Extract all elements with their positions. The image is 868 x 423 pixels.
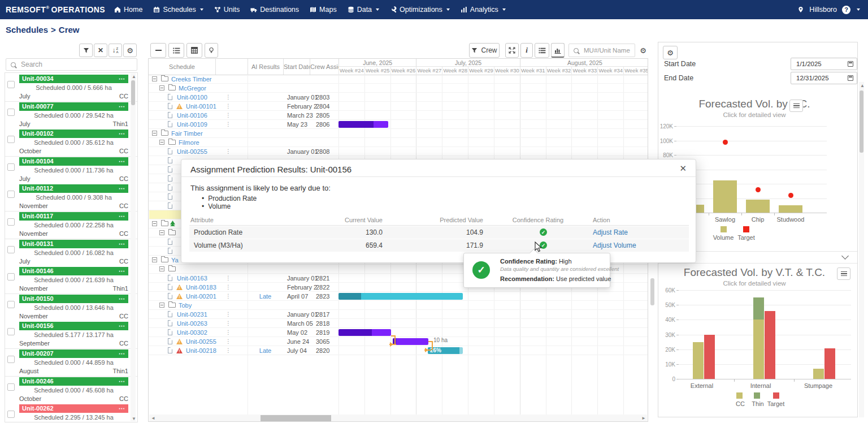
- folder-label[interactable]: Filmore: [179, 139, 199, 146]
- gantt-list-view-button[interactable]: [168, 43, 184, 58]
- gantt-insights-bulb-button[interactable]: [205, 43, 218, 58]
- unit-card-checkbox[interactable]: [7, 328, 15, 335]
- row-menu-icon[interactable]: ⋮: [225, 275, 231, 281]
- unit-link[interactable]: Unit-00255: [177, 148, 207, 155]
- unit-card-menu-icon[interactable]: ⋯: [119, 349, 125, 358]
- gantt-grid-view-button[interactable]: [535, 43, 549, 58]
- sidebar-settings-button[interactable]: ⚙: [123, 44, 137, 57]
- row-menu-icon[interactable]: ⋮: [225, 320, 231, 326]
- gantt-bar-segment[interactable]: [372, 329, 391, 336]
- unit-card-checkbox[interactable]: [7, 191, 15, 198]
- row-menu-icon[interactable]: ⋮: [225, 148, 231, 154]
- folder-label[interactable]: Toby: [179, 302, 192, 309]
- ai-result-label[interactable]: Late: [248, 293, 283, 300]
- unit-card-menu-icon[interactable]: ⋯: [119, 130, 125, 138]
- gantt-bar-segment[interactable]: [374, 121, 388, 128]
- unit-card-menu-icon[interactable]: ⋯: [119, 157, 125, 166]
- gantt-bar[interactable]: [338, 121, 374, 128]
- row-menu-icon[interactable]: ⋮: [225, 311, 231, 317]
- row-menu-icon[interactable]: ⋮: [225, 329, 231, 335]
- target-bar[interactable]: [824, 348, 835, 379]
- nav-item-analytics[interactable]: Analytics: [461, 6, 506, 14]
- unit-card-checkbox[interactable]: [7, 246, 15, 253]
- sidebar-scroll-thumb[interactable]: [131, 80, 135, 105]
- gantt-chart-view-button[interactable]: [551, 43, 565, 58]
- unit-link[interactable]: Unit-00163: [177, 275, 207, 282]
- tree-expander-icon[interactable]: [159, 85, 164, 90]
- help-icon[interactable]: ?: [842, 6, 850, 14]
- row-menu-icon[interactable]: ⋮: [225, 338, 231, 344]
- unit-card[interactable]: Unit-00102⋯Scheduled 0.000 / 35.612 haOc…: [5, 129, 137, 157]
- unit-link[interactable]: Unit-00302: [177, 329, 207, 336]
- adjust-action-link[interactable]: Adjust Volume: [593, 239, 636, 252]
- sidebar-scrollbar[interactable]: [131, 74, 136, 421]
- tree-expander-icon[interactable]: [159, 230, 164, 235]
- unit-card-checkbox[interactable]: [7, 163, 15, 171]
- close-icon[interactable]: ✕: [679, 163, 687, 174]
- unit-card[interactable]: Unit-00112⋯Scheduled 0.000 / 9.308 haNov…: [5, 184, 137, 212]
- gantt-info-button[interactable]: i: [520, 43, 533, 58]
- unit-card[interactable]: Unit-00246⋯Scheduled 0.000 / 45.608 haOc…: [5, 377, 137, 404]
- gantt-calculator-button[interactable]: [186, 43, 202, 58]
- row-menu-icon[interactable]: ⋮: [225, 284, 231, 290]
- tree-expander-icon[interactable]: [159, 303, 164, 308]
- row-menu-icon[interactable]: ⋮: [225, 293, 231, 299]
- unit-card[interactable]: Unit-00156⋯Scheduled 5.177 / 13.177 haSe…: [5, 321, 137, 349]
- thin-bar[interactable]: [753, 297, 764, 320]
- gantt-bar[interactable]: [338, 293, 361, 300]
- sidebar-clear-filter-button[interactable]: ✕: [94, 44, 107, 57]
- row-menu-icon[interactable]: ⋮: [225, 347, 231, 353]
- confidence-check-icon[interactable]: ✓: [540, 228, 547, 236]
- unit-card-menu-icon[interactable]: ⋯: [119, 212, 125, 221]
- gantt-search-input[interactable]: [583, 46, 635, 54]
- cc-bar[interactable]: [813, 369, 824, 379]
- unit-card[interactable]: Unit-00104⋯Scheduled 0.000 / 11.736 haJu…: [5, 157, 137, 184]
- row-menu-icon[interactable]: ⋮: [225, 112, 231, 118]
- cc-bar[interactable]: [753, 320, 764, 379]
- sidebar-search-input[interactable]: [20, 60, 137, 69]
- target-bar[interactable]: [765, 311, 775, 379]
- unit-card-checkbox[interactable]: [7, 356, 15, 363]
- nav-item-maps[interactable]: Maps: [310, 6, 337, 14]
- unit-card-menu-icon[interactable]: ⋯: [119, 75, 125, 83]
- unit-card-checkbox[interactable]: [7, 136, 15, 143]
- unit-link[interactable]: Unit-00109: [177, 121, 207, 128]
- adjust-action-link[interactable]: Adjust Rate: [593, 226, 628, 239]
- unit-card[interactable]: Unit-00262⋯Scheduled 2.295 / 13.245 haJu…: [5, 404, 137, 422]
- unit-card-checkbox[interactable]: [7, 301, 15, 308]
- charts-scroll-thumb[interactable]: [860, 90, 863, 153]
- unit-link[interactable]: Unit-00263: [177, 320, 207, 327]
- tree-expander-icon[interactable]: [152, 221, 157, 226]
- legend-cc-swatch[interactable]: [736, 392, 743, 399]
- unit-card-checkbox[interactable]: [7, 218, 15, 226]
- gantt-settings-button[interactable]: ⚙: [637, 44, 649, 57]
- unit-card-checkbox[interactable]: [7, 383, 15, 391]
- unit-link[interactable]: Unit-00101: [186, 103, 216, 110]
- unit-card[interactable]: Unit-00150⋯Scheduled 0.000 / 13.646 haNo…: [5, 294, 137, 322]
- target-bar[interactable]: [704, 335, 715, 379]
- nav-item-optimizations[interactable]: Optimizations: [390, 6, 450, 14]
- unit-card[interactable]: Unit-00207⋯Scheduled 0.000 / 44.859 haAu…: [5, 349, 137, 377]
- unit-link[interactable]: Unit-00255: [186, 338, 216, 345]
- folder-label[interactable]: Fair Timber: [171, 130, 203, 137]
- ai-result-label[interactable]: Late: [248, 347, 283, 354]
- unit-card[interactable]: Unit-00034⋯Scheduled 0.000 / 5.666 haJul…: [5, 74, 137, 102]
- folder-label[interactable]: McGregor: [179, 85, 206, 92]
- nav-item-home[interactable]: Home: [114, 6, 142, 14]
- unit-card[interactable]: Unit-00117⋯Scheduled 0.000 / 22.258 haNo…: [5, 212, 137, 239]
- gantt-bar-segment[interactable]: [361, 293, 463, 300]
- location-label[interactable]: Hillsboro: [809, 6, 837, 14]
- legend-thin-swatch[interactable]: [754, 392, 760, 399]
- unit-card[interactable]: Unit-00131⋯Scheduled 0.000 / 16.082 haJu…: [5, 239, 137, 267]
- row-menu-icon[interactable]: ⋮: [225, 121, 231, 127]
- gantt-horizontal-scroll-thumb[interactable]: [261, 415, 331, 421]
- sidebar-sort-button[interactable]: ↓ZA: [108, 44, 122, 57]
- unit-card-checkbox[interactable]: [7, 273, 15, 280]
- unit-card-menu-icon[interactable]: ⋯: [119, 267, 125, 275]
- nav-item-data[interactable]: Data: [348, 6, 379, 14]
- gantt-vertical-scroll-thumb[interactable]: [650, 278, 654, 305]
- gantt-expand-button[interactable]: [505, 43, 519, 58]
- gantt-crew-filter-button[interactable]: Crew: [469, 43, 500, 58]
- gantt-horizontal-scrollbar[interactable]: [149, 415, 647, 422]
- unit-link[interactable]: Unit-00183: [186, 284, 216, 291]
